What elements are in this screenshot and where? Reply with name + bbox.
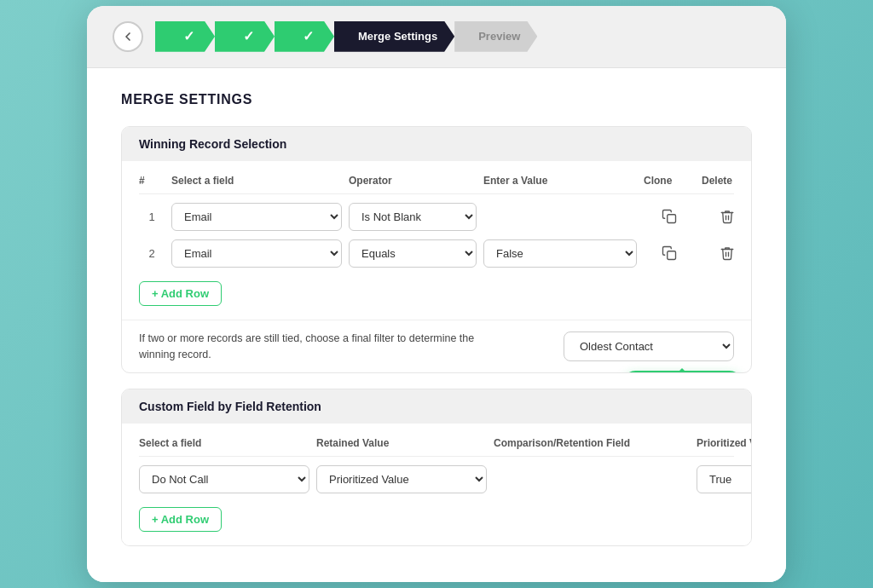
step-4-label: Merge Settings <box>358 30 437 43</box>
row-2-num: 2 <box>139 247 165 260</box>
svg-rect-0 <box>668 215 676 223</box>
custom-field-header: Custom Field by Field Retention <box>122 389 751 424</box>
winning-record-body: # Select a field Operator Enter a Value … <box>122 161 751 320</box>
step-1-label: ✓ <box>183 28 194 44</box>
tooltip-bubble: Karissa Arterbury <box>622 371 743 373</box>
step-2-shape: ✓ <box>215 21 275 52</box>
col-select-field: Select a field <box>171 175 342 187</box>
winning-add-row-button[interactable]: + Add Row <box>139 281 222 306</box>
steps-container: ✓ ✓ ✓ Merge Settings Preview <box>155 21 537 52</box>
step-3-shape: ✓ <box>275 21 334 52</box>
main-content: MERGE SETTINGS Winning Record Selection … <box>87 68 786 583</box>
cf-add-row-button[interactable]: + Add Row <box>139 507 222 532</box>
step-4[interactable]: Merge Settings <box>334 21 454 52</box>
step-2-label: ✓ <box>243 28 254 44</box>
tie-row: If two or more records are still tied, c… <box>122 320 751 373</box>
row-2-delete-button[interactable] <box>702 245 752 261</box>
cf-row-1-field-select[interactable]: Do Not Call <box>139 465 309 493</box>
col-operator: Operator <box>349 175 477 187</box>
step-3[interactable]: ✓ <box>275 21 334 52</box>
cf-row-1-prioritized-select[interactable]: True False <box>697 465 752 493</box>
cf-table-row: Do Not Call Prioritized Value True False <box>139 465 734 493</box>
row-2-value-select[interactable]: False <box>483 239 637 268</box>
col-hash: # <box>139 175 165 187</box>
tie-select-wrapper: Oldest Contact Newest Contact Karissa Ar… <box>564 331 734 361</box>
step-5[interactable]: Preview <box>454 21 537 52</box>
step-5-label: Preview <box>478 30 520 43</box>
tie-dropdown[interactable]: Oldest Contact Newest Contact <box>564 331 734 361</box>
cf-col-retained: Retained Value <box>316 437 487 449</box>
winning-record-table-header: # Select a field Operator Enter a Value … <box>139 175 734 194</box>
row-1-num: 1 <box>139 210 165 223</box>
winning-record-header: Winning Record Selection <box>122 127 751 161</box>
cf-table-header: Select a field Retained Value Comparison… <box>139 437 734 457</box>
winning-record-section: Winning Record Selection # Select a fiel… <box>121 126 752 374</box>
row-1-operator-select[interactable]: Is Not Blank <box>349 203 477 231</box>
col-enter-value: Enter a Value <box>483 175 637 187</box>
page-title: MERGE SETTINGS <box>121 92 752 107</box>
step-1-shape: ✓ <box>155 21 215 52</box>
svg-rect-1 <box>668 251 676 260</box>
table-row: 2 Email Equals False <box>139 239 734 268</box>
custom-field-section: Custom Field by Field Retention Select a… <box>121 389 752 546</box>
col-clone: Clone <box>644 175 695 187</box>
row-2-operator-select[interactable]: Equals <box>349 239 477 268</box>
tie-text: If two or more records are still tied, c… <box>139 331 497 363</box>
cf-row-1-retained-select[interactable]: Prioritized Value <box>316 465 487 493</box>
step-2[interactable]: ✓ <box>215 21 275 52</box>
cf-col-comparison: Comparison/Retention Field <box>494 437 690 449</box>
row-1-field-select[interactable]: Email <box>171 203 342 231</box>
row-2-clone-button[interactable] <box>644 245 695 261</box>
table-row: 1 Email Is Not Blank <box>139 203 734 231</box>
row-2-field-select[interactable]: Email <box>171 239 342 268</box>
step-1[interactable]: ✓ <box>155 21 215 52</box>
cf-col-prioritized: Prioritized Value <box>697 437 752 449</box>
step-3-label: ✓ <box>303 28 314 44</box>
custom-field-body: Select a field Retained Value Comparison… <box>122 424 751 545</box>
back-button[interactable] <box>113 21 143 52</box>
step-4-shape: Merge Settings <box>334 21 454 52</box>
row-1-clone-button[interactable] <box>644 209 695 224</box>
cf-col-select-field: Select a field <box>139 437 309 449</box>
col-delete: Delete <box>702 175 752 187</box>
step-5-shape: Preview <box>454 21 537 52</box>
stepper-bar: ✓ ✓ ✓ Merge Settings Preview <box>87 6 786 68</box>
row-1-delete-button[interactable] <box>702 209 752 224</box>
